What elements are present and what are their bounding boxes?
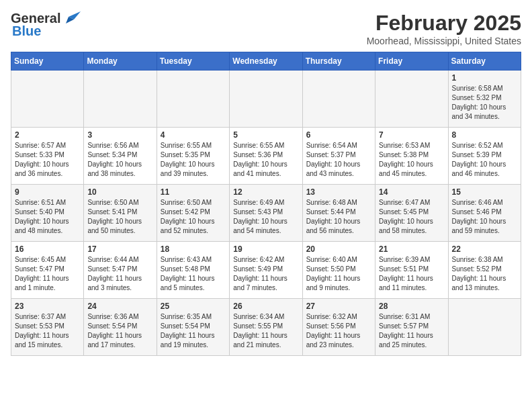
calendar-table: SundayMondayTuesdayWednesdayThursdayFrid…: [11, 52, 521, 356]
calendar-cell: 9Sunrise: 6:51 AM Sunset: 5:40 PM Daylig…: [11, 185, 84, 242]
day-info: Sunrise: 6:42 AM Sunset: 5:49 PM Dayligh…: [233, 255, 298, 293]
col-header-saturday: Saturday: [448, 52, 521, 71]
location: Moorhead, Mississippi, United States: [367, 36, 521, 46]
calendar-cell: 16Sunrise: 6:45 AM Sunset: 5:47 PM Dayli…: [11, 242, 84, 299]
calendar-week-row: 2Sunrise: 6:57 AM Sunset: 5:33 PM Daylig…: [11, 128, 521, 185]
day-info: Sunrise: 6:54 AM Sunset: 5:37 PM Dayligh…: [306, 141, 371, 179]
day-number: 18: [161, 244, 226, 254]
day-number: 28: [379, 302, 444, 311]
day-number: 6: [306, 130, 371, 140]
calendar-cell: 18Sunrise: 6:43 AM Sunset: 5:48 PM Dayli…: [157, 242, 229, 299]
calendar-cell: 14Sunrise: 6:47 AM Sunset: 5:45 PM Dayli…: [375, 185, 448, 242]
day-info: Sunrise: 6:36 AM Sunset: 5:54 PM Dayligh…: [87, 312, 152, 350]
calendar-cell: 25Sunrise: 6:35 AM Sunset: 5:54 PM Dayli…: [157, 299, 229, 356]
day-info: Sunrise: 6:58 AM Sunset: 5:32 PM Dayligh…: [452, 84, 517, 122]
calendar-cell: 4Sunrise: 6:55 AM Sunset: 5:35 PM Daylig…: [157, 128, 229, 185]
calendar-cell: 27Sunrise: 6:32 AM Sunset: 5:56 PM Dayli…: [302, 299, 375, 356]
calendar-cell: 6Sunrise: 6:54 AM Sunset: 5:37 PM Daylig…: [302, 128, 375, 185]
day-number: 10: [87, 187, 152, 197]
calendar-cell: 17Sunrise: 6:44 AM Sunset: 5:47 PM Dayli…: [84, 242, 157, 299]
day-info: Sunrise: 6:32 AM Sunset: 5:56 PM Dayligh…: [306, 312, 371, 350]
day-info: Sunrise: 6:57 AM Sunset: 5:33 PM Dayligh…: [15, 141, 80, 179]
calendar-cell: 2Sunrise: 6:57 AM Sunset: 5:33 PM Daylig…: [11, 128, 84, 185]
calendar-cell: 13Sunrise: 6:48 AM Sunset: 5:44 PM Dayli…: [302, 185, 375, 242]
calendar-cell: 3Sunrise: 6:56 AM Sunset: 5:34 PM Daylig…: [84, 128, 157, 185]
calendar-cell: 23Sunrise: 6:37 AM Sunset: 5:53 PM Dayli…: [11, 299, 84, 356]
day-info: Sunrise: 6:35 AM Sunset: 5:54 PM Dayligh…: [161, 312, 226, 350]
calendar-cell: [157, 71, 229, 128]
calendar-cell: 28Sunrise: 6:31 AM Sunset: 5:57 PM Dayli…: [375, 299, 448, 356]
calendar-week-row: 9Sunrise: 6:51 AM Sunset: 5:40 PM Daylig…: [11, 185, 521, 242]
day-number: 4: [161, 130, 226, 140]
day-info: Sunrise: 6:37 AM Sunset: 5:53 PM Dayligh…: [15, 312, 80, 350]
col-header-wednesday: Wednesday: [230, 52, 302, 71]
month-title: February 2025: [367, 11, 521, 36]
calendar-cell: 20Sunrise: 6:40 AM Sunset: 5:50 PM Dayli…: [302, 242, 375, 299]
calendar-cell: [11, 71, 84, 128]
day-number: 14: [379, 187, 444, 197]
calendar-cell: 22Sunrise: 6:38 AM Sunset: 5:52 PM Dayli…: [448, 242, 521, 299]
day-info: Sunrise: 6:52 AM Sunset: 5:39 PM Dayligh…: [452, 141, 517, 179]
logo-bird-icon: [62, 11, 81, 26]
calendar-cell: [84, 71, 157, 128]
day-number: 25: [161, 302, 226, 311]
day-number: 19: [233, 244, 298, 254]
day-number: 1: [452, 73, 517, 83]
day-info: Sunrise: 6:31 AM Sunset: 5:57 PM Dayligh…: [379, 312, 444, 350]
logo-blue: Blue: [12, 24, 41, 39]
day-info: Sunrise: 6:38 AM Sunset: 5:52 PM Dayligh…: [452, 255, 517, 293]
day-info: Sunrise: 6:49 AM Sunset: 5:43 PM Dayligh…: [233, 198, 298, 236]
calendar-cell: 5Sunrise: 6:55 AM Sunset: 5:36 PM Daylig…: [230, 128, 302, 185]
day-number: 16: [15, 244, 80, 254]
day-info: Sunrise: 6:40 AM Sunset: 5:50 PM Dayligh…: [306, 255, 371, 293]
day-number: 15: [452, 187, 517, 197]
day-info: Sunrise: 6:56 AM Sunset: 5:34 PM Dayligh…: [87, 141, 152, 179]
calendar-cell: 10Sunrise: 6:50 AM Sunset: 5:41 PM Dayli…: [84, 185, 157, 242]
calendar-cell: [302, 71, 375, 128]
day-info: Sunrise: 6:51 AM Sunset: 5:40 PM Dayligh…: [15, 198, 80, 236]
day-info: Sunrise: 6:48 AM Sunset: 5:44 PM Dayligh…: [306, 198, 371, 236]
page-header: General Blue February 2025 Moorhead, Mis…: [11, 11, 521, 46]
day-info: Sunrise: 6:43 AM Sunset: 5:48 PM Dayligh…: [161, 255, 226, 293]
day-number: 7: [379, 130, 444, 140]
day-number: 17: [87, 244, 152, 254]
calendar-cell: 21Sunrise: 6:39 AM Sunset: 5:51 PM Dayli…: [375, 242, 448, 299]
day-info: Sunrise: 6:39 AM Sunset: 5:51 PM Dayligh…: [379, 255, 444, 293]
day-number: 22: [452, 244, 517, 254]
title-block: February 2025 Moorhead, Mississippi, Uni…: [367, 11, 521, 46]
day-number: 9: [15, 187, 80, 197]
day-info: Sunrise: 6:45 AM Sunset: 5:47 PM Dayligh…: [15, 255, 80, 293]
col-header-thursday: Thursday: [302, 52, 375, 71]
calendar-cell: 26Sunrise: 6:34 AM Sunset: 5:55 PM Dayli…: [230, 299, 302, 356]
day-info: Sunrise: 6:55 AM Sunset: 5:35 PM Dayligh…: [161, 141, 226, 179]
calendar-cell: 12Sunrise: 6:49 AM Sunset: 5:43 PM Dayli…: [230, 185, 302, 242]
day-number: 26: [233, 302, 298, 311]
day-info: Sunrise: 6:50 AM Sunset: 5:41 PM Dayligh…: [87, 198, 152, 236]
day-number: 3: [87, 130, 152, 140]
day-number: 12: [233, 187, 298, 197]
col-header-sunday: Sunday: [11, 52, 84, 71]
day-number: 13: [306, 187, 371, 197]
day-info: Sunrise: 6:53 AM Sunset: 5:38 PM Dayligh…: [379, 141, 444, 179]
day-number: 8: [452, 130, 517, 140]
calendar-week-row: 16Sunrise: 6:45 AM Sunset: 5:47 PM Dayli…: [11, 242, 521, 299]
day-number: 21: [379, 244, 444, 254]
calendar-cell: 1Sunrise: 6:58 AM Sunset: 5:32 PM Daylig…: [448, 71, 521, 128]
col-header-tuesday: Tuesday: [157, 52, 229, 71]
day-info: Sunrise: 6:55 AM Sunset: 5:36 PM Dayligh…: [233, 141, 298, 179]
day-info: Sunrise: 6:34 AM Sunset: 5:55 PM Dayligh…: [233, 312, 298, 350]
day-number: 23: [15, 302, 80, 311]
logo: General Blue: [11, 11, 81, 39]
day-info: Sunrise: 6:47 AM Sunset: 5:45 PM Dayligh…: [379, 198, 444, 236]
calendar-week-row: 23Sunrise: 6:37 AM Sunset: 5:53 PM Dayli…: [11, 299, 521, 356]
day-number: 20: [306, 244, 371, 254]
day-number: 24: [87, 302, 152, 311]
calendar-week-row: 1Sunrise: 6:58 AM Sunset: 5:32 PM Daylig…: [11, 71, 521, 128]
day-info: Sunrise: 6:50 AM Sunset: 5:42 PM Dayligh…: [161, 198, 226, 236]
day-number: 2: [15, 130, 80, 140]
calendar-cell: 19Sunrise: 6:42 AM Sunset: 5:49 PM Dayli…: [230, 242, 302, 299]
calendar-cell: [375, 71, 448, 128]
calendar-cell: 7Sunrise: 6:53 AM Sunset: 5:38 PM Daylig…: [375, 128, 448, 185]
calendar-cell: 15Sunrise: 6:46 AM Sunset: 5:46 PM Dayli…: [448, 185, 521, 242]
day-number: 27: [306, 302, 371, 311]
